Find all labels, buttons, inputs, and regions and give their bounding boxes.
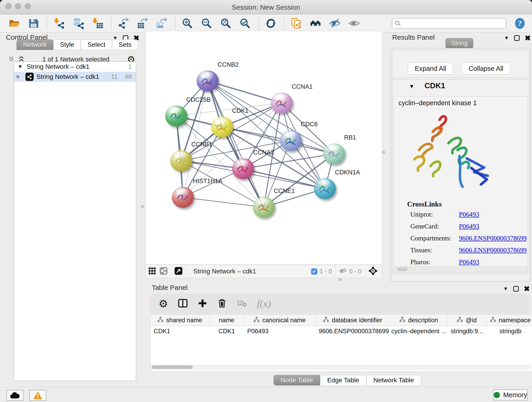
- column-header-namespace[interactable]: namespace: [486, 315, 532, 326]
- table-cell[interactable]: P06493: [244, 326, 316, 337]
- network-node-cdc25b[interactable]: [165, 105, 187, 127]
- table-cell[interactable]: 9606.ENSP00000378699: [316, 326, 390, 337]
- tab-node-table[interactable]: Node Table: [273, 375, 320, 385]
- crosslink-link[interactable]: P06493: [459, 258, 479, 266]
- export-network-icon[interactable]: [117, 17, 130, 30]
- network-collection-row[interactable]: ▼ String Network – cdk1 1: [14, 62, 136, 72]
- table-toolbar: ⚙ f(x): [150, 294, 530, 313]
- results-scrollbar[interactable]: [394, 266, 528, 273]
- expand-all-button[interactable]: Expand All: [408, 63, 453, 75]
- network-node-cdk1[interactable]: [211, 116, 233, 138]
- node-table: shared namenamecanonical namedatabase id…: [150, 314, 532, 372]
- save-session-icon[interactable]: [27, 17, 40, 30]
- network-share-view-icon[interactable]: [159, 267, 168, 276]
- column-type-icon: [399, 317, 405, 324]
- birdseye-crosshair-icon[interactable]: [368, 266, 378, 277]
- table-panel-close-icon[interactable]: ✖: [524, 285, 530, 293]
- table-cell[interactable]: CDK1: [151, 326, 209, 337]
- network-row-selected[interactable]: String Network – cdk1 11 48: [14, 72, 136, 82]
- open-session-icon[interactable]: [8, 17, 21, 30]
- application-window: Session: New Session ? Control Panel ▼ ✖…: [0, 0, 532, 402]
- tab-network-table[interactable]: Network Table: [366, 375, 421, 385]
- tab-select[interactable]: Select: [81, 39, 112, 50]
- network-node-cdkn1a[interactable]: [314, 178, 336, 199]
- tab-style[interactable]: Style: [53, 39, 81, 50]
- selected-nodes-checkbox-icon[interactable]: [311, 268, 317, 274]
- export-table-icon[interactable]: [136, 17, 149, 30]
- home-pair-icon[interactable]: [309, 17, 322, 30]
- zoom-fit-icon[interactable]: [220, 17, 232, 30]
- network-node-hist1h1a[interactable]: [172, 187, 194, 208]
- import-network-icon[interactable]: [53, 17, 65, 30]
- tab-string[interactable]: String: [445, 38, 473, 49]
- add-column-plus-icon[interactable]: [198, 298, 207, 309]
- results-panel-close-icon[interactable]: ✖: [525, 34, 531, 42]
- results-panel-float-icon[interactable]: [514, 35, 520, 41]
- show-eye-icon[interactable]: [348, 17, 361, 30]
- export-image-icon[interactable]: [155, 17, 168, 30]
- network-node-ccna1[interactable]: [271, 92, 293, 114]
- splitter-handle[interactable]: [382, 151, 385, 154]
- crosslink-link[interactable]: P06493: [459, 211, 479, 218]
- tab-network[interactable]: Network: [17, 39, 53, 50]
- network-node-rb1[interactable]: [323, 143, 345, 164]
- network-canvas[interactable]: CCNB2 CCNA1 CDC25B CDK1 CDC6 RB1 CCNB1 C…: [146, 31, 382, 265]
- detach-view-icon[interactable]: [174, 267, 183, 276]
- help-icon[interactable]: ?: [514, 18, 526, 29]
- node-label-ccnb2: CCNB2: [218, 61, 239, 68]
- network-node-ccnb1[interactable]: [170, 150, 192, 171]
- refresh-icon[interactable]: [264, 17, 277, 30]
- column-header-canonical-name[interactable]: canonical name: [244, 315, 316, 326]
- column-header-name[interactable]: name: [209, 315, 244, 326]
- splitter-handle[interactable]: [141, 205, 144, 208]
- splitter-handle[interactable]: [338, 278, 342, 281]
- table-cell[interactable]: stringdb: [486, 326, 532, 337]
- node-label-ccne1: CCNE1: [274, 187, 295, 195]
- column-header-database-identifier[interactable]: database identifier: [316, 315, 390, 326]
- network-node-cdc6[interactable]: [280, 130, 302, 151]
- crosslink-link[interactable]: 9606.ENSP00000378699: [459, 246, 527, 254]
- zoom-out-icon[interactable]: [200, 17, 213, 30]
- memory-button[interactable]: Memory: [493, 389, 528, 400]
- table-h-scrollbar[interactable]: [151, 365, 531, 370]
- column-header-shared-name[interactable]: shared name: [151, 315, 209, 326]
- search-field[interactable]: [392, 18, 506, 29]
- collection-expand-icon[interactable]: ▼: [18, 64, 23, 70]
- cloud-status-button[interactable]: [6, 390, 23, 401]
- results-panel-menu-icon[interactable]: ▼: [504, 36, 509, 41]
- warning-status-button[interactable]: [29, 390, 46, 401]
- hidden-items-eye-icon[interactable]: [339, 268, 347, 275]
- table-panel-menu-icon[interactable]: ▼: [503, 286, 508, 291]
- network-node-ccne1[interactable]: [253, 197, 275, 218]
- network-node-ccna2[interactable]: [232, 158, 254, 179]
- duplicate-network-icon[interactable]: [290, 17, 303, 30]
- collection-count: 1: [128, 63, 132, 70]
- crosslink-row: Pharos:P06493: [410, 258, 479, 266]
- table-cell[interactable]: cyclin–dependent ...: [390, 326, 447, 337]
- column-header-description[interactable]: description: [390, 315, 447, 326]
- import-table-icon[interactable]: [91, 17, 104, 30]
- grid-view-icon[interactable]: [148, 267, 156, 275]
- crosslink-link[interactable]: P06493: [459, 223, 479, 230]
- zoom-in-icon[interactable]: [181, 17, 194, 30]
- section-collapse-icon[interactable]: ▼: [409, 83, 414, 89]
- collapse-all-button[interactable]: Collapse All: [462, 63, 510, 75]
- table-panel-float-icon[interactable]: [513, 286, 519, 292]
- hide-selection-eye-icon[interactable]: [329, 17, 341, 30]
- scrollbar-thumb[interactable]: [152, 365, 193, 369]
- show-columns-icon[interactable]: [177, 298, 188, 309]
- table-row[interactable]: CDK1CDK1P064939606.ENSP00000378699cyclin…: [151, 326, 532, 337]
- table-settings-gear-icon[interactable]: ⚙: [158, 298, 168, 309]
- table-cell[interactable]: stringdb:9...: [447, 326, 486, 337]
- import-database-icon[interactable]: [72, 17, 85, 30]
- crosslink-link[interactable]: 9606.ENSP00000378699: [459, 235, 527, 242]
- tab-edge-table[interactable]: Edge Table: [320, 375, 366, 385]
- network-node-ccnb2[interactable]: [196, 70, 219, 91]
- search-input[interactable]: [392, 18, 506, 29]
- column-header--id[interactable]: @id: [447, 315, 486, 326]
- zoom-selected-icon[interactable]: [239, 17, 252, 30]
- crosslink-row: GeneCard:P06493: [410, 223, 479, 230]
- table-cell[interactable]: CDK1: [209, 326, 244, 337]
- tab-sets[interactable]: Sets: [112, 39, 138, 50]
- delete-column-trash-icon[interactable]: [217, 298, 227, 309]
